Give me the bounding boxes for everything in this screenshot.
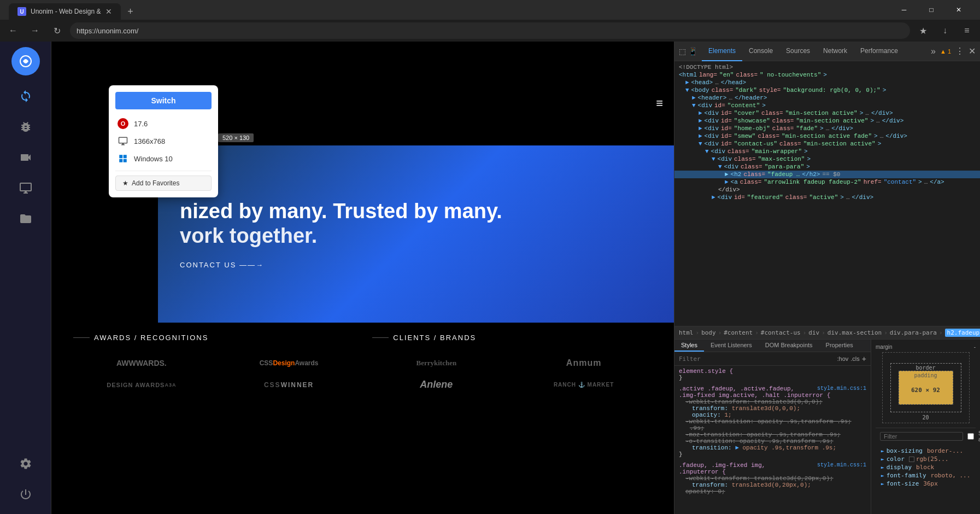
window-controls: ─ □ ✕: [891, 0, 971, 20]
award-logo-7: RANCH ⚓ MARKET: [515, 379, 652, 390]
popup-os-item: Windows 10: [115, 150, 212, 167]
menu-button[interactable]: ≡: [958, 22, 976, 39]
breadcrumb-div[interactable]: div: [808, 329, 819, 336]
switch-button[interactable]: Switch: [115, 92, 212, 109]
breadcrumb-para-para[interactable]: div.para-para: [890, 329, 937, 336]
breadcrumb-content[interactable]: #content: [724, 329, 753, 336]
new-tab-button[interactable]: +: [121, 3, 140, 20]
prop-name-box-sizing: box-sizing: [887, 447, 923, 454]
add-to-favorites-button[interactable]: ★ Add to Favorites: [115, 176, 212, 191]
breadcrumb-bar: html › body › #content › #contact-us › d…: [674, 326, 980, 339]
tab-elements[interactable]: Elements: [702, 42, 742, 61]
forward-button[interactable]: →: [26, 22, 44, 39]
tab-sources[interactable]: Sources: [779, 42, 817, 61]
bottom-margin-value: 20: [922, 414, 929, 420]
awards-line-left: [73, 337, 90, 338]
award-logo-0: AWWWARDS.: [73, 358, 210, 368]
sidebar-item-settings[interactable]: [11, 449, 40, 478]
tab-network[interactable]: Network: [817, 42, 854, 61]
html-line: </div>: [674, 186, 980, 194]
sidebar-item-power[interactable]: [11, 480, 40, 509]
properties-filter-bar: Show all: [876, 428, 976, 445]
prop-row-font-size: ► font-size 36px: [881, 480, 971, 488]
sidebar-item-sync[interactable]: [11, 82, 40, 110]
star-icon: ★: [122, 179, 128, 187]
add-style-rule-icon[interactable]: +: [862, 354, 866, 363]
hamburger-menu[interactable]: ≡: [656, 96, 663, 110]
devtools-device-icon[interactable]: 📱: [688, 47, 697, 56]
download-button[interactable]: ↓: [936, 22, 954, 39]
html-line: ▼ <body class="dark" style="background: …: [674, 86, 980, 94]
tab-close-button[interactable]: ✕: [105, 7, 112, 16]
css-content: element.style { } .active .fadeup, .acti…: [674, 366, 871, 514]
more-tabs-icon[interactable]: »: [931, 46, 936, 56]
prop-arrow-display[interactable]: ►: [881, 464, 884, 470]
prop-arrow-font-family[interactable]: ►: [881, 472, 884, 478]
html-line-selected[interactable]: ► <h2 class="fadeup …</h2> == $0: [674, 171, 980, 178]
cls-filter-badge[interactable]: .cls: [850, 355, 860, 362]
minimize-button[interactable]: ─: [891, 0, 917, 20]
styles-left: Styles Event Listeners DOM Breakpoints P…: [674, 340, 871, 514]
contact-us-link[interactable]: CONTACT US ——→: [180, 261, 652, 269]
back-button[interactable]: ←: [4, 22, 22, 39]
devtools-tab-actions: » ▲ 1 ⋮ ✕: [931, 46, 976, 56]
prop-arrow-font-size[interactable]: ►: [881, 481, 884, 487]
styles-tabs: Styles Event Listeners DOM Breakpoints P…: [674, 340, 871, 352]
favorites-label: Add to Favorites: [132, 179, 179, 187]
tab-performance[interactable]: Performance: [854, 42, 905, 61]
styles-tab-styles[interactable]: Styles: [674, 340, 704, 352]
html-line: ► <header>…</header>: [674, 94, 980, 102]
devtools-inspect-icon[interactable]: ⬚: [679, 47, 686, 56]
filter-input[interactable]: [679, 355, 837, 363]
prop-name-font-size: font-size: [887, 480, 919, 487]
award-logo-3: Anmum: [515, 358, 652, 368]
sidebar-item-monitor[interactable]: [11, 174, 40, 202]
tab-title: Unonim - Web Design &: [31, 8, 101, 15]
prop-arrow-box-sizing[interactable]: ►: [881, 448, 884, 454]
html-line: ► <div id="cover" class="min-section act…: [674, 109, 980, 117]
html-line: ► <div id="featured" class="active">…</d…: [674, 194, 980, 201]
tab-console[interactable]: Console: [742, 42, 779, 61]
html-line: ► <div id="smew" class="min-section acti…: [674, 132, 980, 140]
sidebar-item-bug[interactable]: [11, 113, 40, 141]
css-block-element-style: element.style { }: [679, 368, 866, 381]
opera-icon: O: [118, 118, 128, 129]
active-tab[interactable]: U Unonim - Web Design & ✕: [9, 3, 121, 20]
sidebar-logo[interactable]: [11, 47, 40, 75]
sidebar-item-camera[interactable]: [11, 143, 40, 172]
html-line: ▼ <div id="content">: [674, 102, 980, 109]
close-button[interactable]: ✕: [946, 0, 971, 20]
prop-name-display: display: [887, 464, 912, 471]
styles-tab-properties[interactable]: Properties: [819, 340, 860, 352]
margin-label: margin: [876, 344, 893, 350]
properties-filter-input[interactable]: [880, 432, 963, 441]
sidebar-item-folder[interactable]: [11, 205, 40, 233]
box-model: border padding 620 × 92 20: [882, 352, 970, 423]
prop-arrow-color[interactable]: ►: [881, 456, 884, 462]
browser-chrome: U Unonim - Web Design & ✕ + ─ □ ✕ ← → ↻ …: [0, 0, 980, 42]
show-all-checkbox[interactable]: [967, 433, 974, 440]
prop-row-font-family: ► font-family roboto, ...: [881, 471, 971, 480]
breadcrumb-h2-fadeup[interactable]: h2.fadeup: [945, 329, 980, 337]
refresh-button[interactable]: ↻: [48, 22, 66, 39]
html-line: ► <head>…</head>: [674, 79, 980, 86]
pseudo-filter-badge[interactable]: :hov: [837, 355, 849, 362]
award-logo-5: CSSWINNER: [221, 379, 357, 390]
maximize-button[interactable]: □: [919, 0, 944, 20]
bookmark-button[interactable]: ★: [914, 22, 932, 39]
breadcrumb-html[interactable]: html: [679, 329, 694, 336]
breadcrumb-contact-us[interactable]: #contact-us: [761, 329, 801, 336]
devtools-more-icon[interactable]: ⋮: [955, 46, 964, 56]
devtools-close-icon[interactable]: ✕: [969, 46, 976, 56]
html-line: ▼ <div class="main-wrapper">: [674, 148, 980, 155]
breadcrumb-body[interactable]: body: [701, 329, 716, 336]
styles-tab-dom-breakpoints[interactable]: DOM Breakpoints: [759, 340, 819, 352]
award-logo-1: CSSDesignAwards: [221, 358, 357, 368]
styles-tab-event-listeners[interactable]: Event Listeners: [704, 340, 759, 352]
address-bar[interactable]: [70, 22, 910, 39]
breadcrumb-max-section[interactable]: div.max-section: [828, 329, 882, 336]
prop-value-font-size: 36px: [923, 480, 938, 487]
box-dimension: 620 × 92: [911, 387, 940, 394]
hero-subtitle: vork together.: [180, 224, 652, 248]
awards-title-text: AWARDS / RECOGNITIONS: [94, 334, 208, 342]
